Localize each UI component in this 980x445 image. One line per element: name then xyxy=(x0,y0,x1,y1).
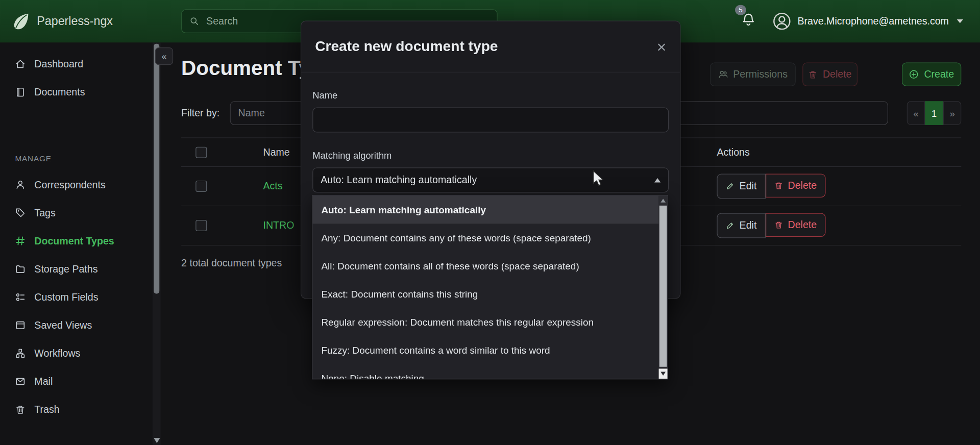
pagination-next-button[interactable]: » xyxy=(943,101,962,125)
modal-header: Create new document type × xyxy=(301,21,680,72)
column-header-actions: Actions xyxy=(717,146,961,158)
pagination-prev-button[interactable]: « xyxy=(907,101,925,125)
sidebar-item-label: Correspondents xyxy=(34,179,105,190)
tag-icon xyxy=(15,208,26,218)
scroll-up-arrow-icon[interactable] xyxy=(659,195,668,205)
total-count-text: 2 total document types xyxy=(181,257,282,268)
caret-up-icon xyxy=(654,178,660,182)
folder-icon xyxy=(15,264,26,275)
permissions-button[interactable]: Permissions xyxy=(710,62,796,86)
select-all-checkbox[interactable] xyxy=(195,146,207,158)
close-icon[interactable]: × xyxy=(657,38,667,55)
trash-icon xyxy=(774,220,783,229)
dropdown-scrollbar-thumb[interactable] xyxy=(659,206,667,367)
edit-button[interactable]: Edit xyxy=(717,174,765,199)
custom-fields-icon xyxy=(15,292,26,303)
scroll-down-arrow-icon[interactable] xyxy=(659,368,668,379)
sidebar-item-label: Custom Fields xyxy=(34,291,98,303)
sidebar-item-label: Dashboard xyxy=(34,58,83,69)
sidebar-item-label: Saved Views xyxy=(34,319,92,331)
pencil-icon xyxy=(726,221,734,230)
row-checkbox[interactable] xyxy=(195,220,207,231)
sidebar-scrollbar-thumb[interactable] xyxy=(154,44,159,294)
dropdown-option-auto[interactable]: Auto: Learn matching automatically xyxy=(312,195,658,224)
sidebar-item-trash[interactable]: Trash xyxy=(0,395,150,424)
dropdown-option-any[interactable]: Any: Document contains any of these word… xyxy=(312,224,658,252)
row-checkbox[interactable] xyxy=(195,181,207,192)
users-icon xyxy=(718,69,728,80)
delete-row-button[interactable]: Delete xyxy=(765,174,825,197)
pagination: « 1 » xyxy=(907,101,962,125)
plus-circle-icon xyxy=(909,69,919,80)
documents-icon xyxy=(15,87,26,97)
modal-body: Name Matching algorithm Auto: Learn matc… xyxy=(301,72,680,192)
document-type-link[interactable]: INTRO xyxy=(263,220,295,231)
dropdown-option-regex[interactable]: Regular expression: Document matches thi… xyxy=(312,308,658,336)
matching-algorithm-label: Matching algorithm xyxy=(312,150,669,161)
dropdown-option-none[interactable]: None: Disable matching xyxy=(312,364,658,379)
paperless-leaf-logo-icon xyxy=(11,12,30,31)
sidebar-item-workflows[interactable]: Workflows xyxy=(0,339,150,367)
sidebar-item-label: Documents xyxy=(34,87,85,98)
delete-selected-button[interactable]: Delete xyxy=(802,62,857,86)
sidebar-item-correspondents[interactable]: Correspondents xyxy=(0,170,150,199)
dropdown-scrollbar[interactable] xyxy=(659,195,668,379)
edit-button[interactable]: Edit xyxy=(717,213,765,238)
sidebar-item-dashboard[interactable]: Dashboard xyxy=(0,50,150,78)
sidebar-scrollbar[interactable] xyxy=(153,42,161,445)
mail-icon xyxy=(15,376,26,387)
delete-row-button[interactable]: Delete xyxy=(765,213,825,237)
sidebar-item-label: Mail xyxy=(34,376,53,387)
delete-button-label: Delete xyxy=(788,219,817,231)
delete-button-label: Delete xyxy=(823,69,852,80)
sidebar-item-storage-paths[interactable]: Storage Paths xyxy=(0,255,150,283)
person-icon xyxy=(15,179,26,190)
user-circle-icon xyxy=(772,12,791,31)
name-field-label: Name xyxy=(312,90,669,101)
window-icon xyxy=(15,320,26,331)
document-type-link[interactable]: Acts xyxy=(263,181,283,191)
dropdown-option-exact[interactable]: Exact: Document contains this string xyxy=(312,280,658,308)
sidebar-item-label: Workflows xyxy=(34,348,80,359)
avatar[interactable] xyxy=(772,12,791,31)
brand-label: Paperless-ngx xyxy=(37,14,113,28)
app-root: Paperless-ngx 5 Brave.Microphone@ametnes… xyxy=(0,0,980,445)
search-icon xyxy=(189,16,200,27)
filter-by-label: Filter by: xyxy=(181,101,219,125)
dropdown-option-fuzzy[interactable]: Fuzzy: Document contains a word similar … xyxy=(312,336,658,364)
sidebar-item-documents[interactable]: Documents xyxy=(0,78,150,106)
pagination-page-1-button[interactable]: 1 xyxy=(925,101,943,125)
sidebar-item-saved-views[interactable]: Saved Views xyxy=(0,311,150,339)
collapse-chevrons-icon: « xyxy=(162,51,167,61)
pencil-icon xyxy=(726,182,734,190)
user-email: Brave.Microphone@ametnes.com xyxy=(797,16,948,27)
sidebar-item-label: Tags xyxy=(34,207,55,218)
modal-title: Create new document type xyxy=(315,38,498,55)
sidebar-item-mail[interactable]: Mail xyxy=(0,367,150,395)
sidebar-collapse-button[interactable]: « xyxy=(155,47,174,65)
sidebar: Dashboard Documents MANAGE Correspondent… xyxy=(0,42,150,445)
trash-icon xyxy=(808,70,818,79)
notifications[interactable]: 5 xyxy=(735,5,764,38)
sidebar-item-custom-fields[interactable]: Custom Fields xyxy=(0,283,150,311)
edit-button-label: Edit xyxy=(740,220,757,231)
user-menu[interactable]: Brave.Microphone@ametnes.com xyxy=(797,0,963,42)
dropdown-option-all[interactable]: All: Document contains all of these word… xyxy=(312,252,658,280)
sidebar-item-document-types[interactable]: Document Types xyxy=(0,227,150,255)
matching-algorithm-select[interactable]: Auto: Learn matching automatically xyxy=(312,167,669,192)
user-menu-caret-icon xyxy=(957,19,963,23)
home-icon xyxy=(15,59,26,69)
name-input[interactable] xyxy=(312,108,669,133)
trash-icon xyxy=(15,404,26,415)
permissions-button-label: Permissions xyxy=(733,69,788,80)
workflows-icon xyxy=(15,348,26,359)
create-button-label: Create xyxy=(924,69,954,80)
sidebar-section-manage: MANAGE xyxy=(0,154,150,163)
sidebar-item-label: Storage Paths xyxy=(34,263,97,275)
sidebar-item-label: Document Types xyxy=(34,235,114,246)
sidebar-item-tags[interactable]: Tags xyxy=(0,199,150,227)
scroll-down-arrow-icon[interactable] xyxy=(154,438,160,443)
brand[interactable]: Paperless-ngx xyxy=(11,0,113,42)
create-button[interactable]: Create xyxy=(902,62,961,86)
delete-button-label: Delete xyxy=(788,180,817,191)
